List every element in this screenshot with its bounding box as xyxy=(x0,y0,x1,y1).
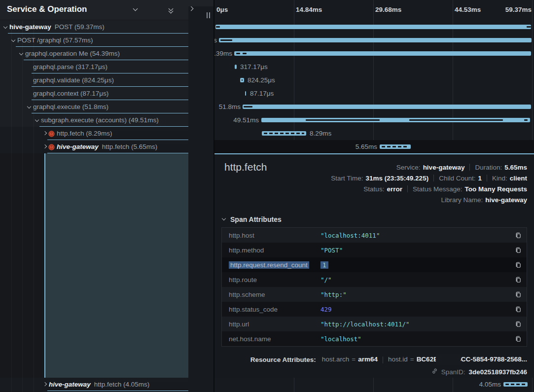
operation-name: http.fetch (4.05ms) xyxy=(94,381,150,388)
meta-value: client xyxy=(510,175,527,182)
timeline-row[interactable]: 51.8ms xyxy=(214,100,534,113)
span-bar[interactable] xyxy=(219,38,532,42)
tree-row-selected[interactable]: hive-gatewayhttp.fetch (5.65ms) xyxy=(0,140,214,153)
chevron-right-icon[interactable] xyxy=(150,6,157,13)
attribute-row[interactable]: http.status_code429 xyxy=(222,302,527,317)
tree-row[interactable]: hive-gatewayhttp.fetch (4.05ms) xyxy=(0,378,214,391)
tree-row[interactable]: subgraph.execute (accounts) (49.51ms) xyxy=(0,113,214,127)
span-bar[interactable] xyxy=(240,78,244,82)
span-attributes-toggle[interactable]: Span Attributes xyxy=(221,215,282,223)
span-event-mark xyxy=(409,119,503,121)
chevron-down-icon[interactable] xyxy=(3,25,8,30)
span-bar[interactable] xyxy=(215,25,531,29)
chevron-down-icon[interactable] xyxy=(133,6,140,13)
copy-icon[interactable] xyxy=(512,261,522,268)
attribute-key: http.route xyxy=(229,276,320,284)
span-bar[interactable] xyxy=(262,131,306,136)
span-bar[interactable] xyxy=(380,144,411,149)
chevron-right-icon[interactable] xyxy=(436,354,461,365)
chevron-down-icon[interactable] xyxy=(35,118,39,123)
meta-label: Duration: xyxy=(475,164,502,171)
attribute-row[interactable]: http.url"http://localhost:4011/" xyxy=(222,317,527,331)
service-name: hive-gateway xyxy=(57,143,99,150)
copy-icon[interactable] xyxy=(512,291,522,298)
meta-label: Status: xyxy=(363,185,384,193)
span-bar[interactable] xyxy=(234,51,531,56)
tree-row[interactable]: hive-gatewayPOST (59.37ms) xyxy=(0,20,214,34)
resource-attributes-row: Resource Attributes: host.arch=arm64host… xyxy=(221,354,527,365)
attribute-value: "/" xyxy=(320,276,512,284)
timeline-row[interactable]: 4.05ms xyxy=(214,378,534,391)
copy-icon[interactable] xyxy=(512,335,522,342)
tree-row[interactable]: POST /graphql (57.57ms) xyxy=(0,34,214,47)
panel-divider[interactable] xyxy=(214,0,214,392)
tree-row[interactable]: graphql.execute (51.8ms) xyxy=(0,100,214,113)
attribute-key: http.method xyxy=(229,247,320,254)
attribute-value: "http://localhost:4011/" xyxy=(320,321,512,328)
indent-guide xyxy=(22,20,23,392)
tree-row[interactable]: graphql.parse (317.17μs) xyxy=(0,60,214,73)
span-bar[interactable] xyxy=(235,65,237,69)
timeline-row[interactable]: 317.17μs xyxy=(214,60,534,73)
span-event-mark xyxy=(243,53,247,54)
timeline-row[interactable]: 54.39ms xyxy=(214,47,534,60)
double-chevron-down-icon[interactable] xyxy=(168,6,175,13)
tree-row[interactable]: http.fetch (8.29ms) xyxy=(0,127,214,140)
chevron-down-icon[interactable] xyxy=(27,105,32,109)
meta-value: 1 xyxy=(478,175,482,182)
copy-icon[interactable] xyxy=(512,306,522,313)
copy-icon[interactable] xyxy=(512,276,522,283)
span-label: graphql.execute (51.8ms) xyxy=(33,100,108,113)
resource-key: host.id xyxy=(388,356,408,363)
span-event-mark xyxy=(306,119,380,121)
panel-resize-handle[interactable] xyxy=(206,12,211,18)
timeline-row[interactable] xyxy=(214,20,534,34)
error-icon xyxy=(48,143,55,152)
span-event-mark xyxy=(236,53,240,54)
attribute-row[interactable]: http.host"localhost:4011" xyxy=(222,228,527,243)
timeline-row[interactable]: 8.29ms xyxy=(214,127,534,140)
operation-name: graphql.execute (51.8ms) xyxy=(33,103,108,110)
span-label: hive-gatewayhttp.fetch (4.05ms) xyxy=(49,378,149,391)
attribute-row[interactable]: http.method"POST" xyxy=(222,243,527,257)
timeline-row-selected[interactable]: 5.65ms xyxy=(214,140,534,153)
attribute-key: net.host.name xyxy=(229,335,320,343)
link-icon[interactable] xyxy=(431,368,438,376)
attribute-value: 429 xyxy=(320,306,512,313)
operation-name: http.fetch (5.65ms) xyxy=(102,143,158,150)
attribute-value: "http:" xyxy=(320,291,512,298)
double-chevron-right-icon[interactable] xyxy=(186,6,193,13)
tree-row[interactable]: graphql.validate (824.25μs) xyxy=(0,73,214,87)
tree-row[interactable]: graphql.context (87.17μs) xyxy=(0,87,214,100)
meta-divider xyxy=(407,185,408,192)
meta-value: 31ms (23:35:49.225) xyxy=(366,175,429,182)
span-bar[interactable] xyxy=(503,382,528,387)
span-label: hive-gatewayhttp.fetch (5.65ms) xyxy=(57,140,157,153)
span-event-mark xyxy=(527,26,531,28)
resource-attributes-heading[interactable]: Resource Attributes: xyxy=(250,356,316,363)
operation-name: graphql.context (87.17μs) xyxy=(33,90,108,97)
copy-icon[interactable] xyxy=(512,247,522,253)
attribute-key: http.host xyxy=(229,232,320,239)
tree-row[interactable]: graphql.operation Me (54.39ms) xyxy=(0,47,214,60)
timeline-row[interactable]: 49.51ms xyxy=(214,113,534,127)
chevron-down-icon[interactable] xyxy=(19,51,24,56)
span-bar[interactable] xyxy=(243,105,531,109)
span-id-label: SpanID: xyxy=(441,368,465,376)
span-duration-label: 87.17μs xyxy=(250,87,274,100)
timeline-row[interactable]: 87.17μs xyxy=(214,87,534,100)
timeline-row[interactable]: 57.57ms xyxy=(214,34,534,47)
attribute-row[interactable]: http.route"/" xyxy=(222,272,527,287)
attribute-row[interactable]: http.scheme"http:" xyxy=(222,287,527,302)
copy-icon[interactable] xyxy=(512,232,522,239)
copy-icon[interactable] xyxy=(512,321,522,327)
timeline-row[interactable]: 824.25μs xyxy=(214,73,534,87)
span-bar[interactable] xyxy=(261,118,530,122)
meta-label: Service: xyxy=(396,164,421,171)
span-bar[interactable] xyxy=(245,91,246,96)
meta-value: 5.65ms xyxy=(504,164,527,171)
attribute-row[interactable]: http.request.resend_count1 xyxy=(222,257,527,272)
attribute-row[interactable]: net.host.name"localhost" xyxy=(222,331,527,346)
operation-name: subgraph.execute (accounts) (49.51ms) xyxy=(41,116,159,124)
indent-guide xyxy=(11,20,12,392)
